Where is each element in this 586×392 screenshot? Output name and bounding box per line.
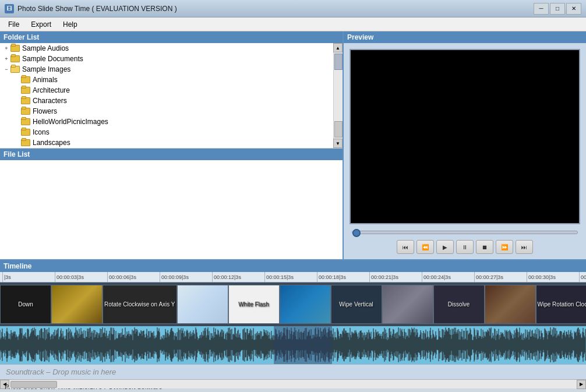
expand-icon-images[interactable]: −	[2, 65, 10, 73]
folder-icon-ico	[21, 129, 30, 136]
folder-label-flowers: Flowers	[33, 107, 57, 115]
scroll-thumb[interactable]	[334, 54, 343, 70]
progress-thumb[interactable]	[352, 229, 361, 237]
ruler-mark-6: 00:00:18|3s	[317, 272, 369, 282]
menu-file[interactable]: File	[2, 19, 25, 30]
ruler-mark-4: 00:00:12|3s	[212, 272, 264, 282]
ruler-mark-2: 00:00:06|3s	[107, 272, 160, 282]
tree-item-audios[interactable]: + Sample Audios	[0, 43, 343, 54]
bottom-section: Timeline |3s 00:00:03|3s 00:00:06|3s 00:…	[0, 260, 586, 389]
menu-export[interactable]: Export	[25, 19, 57, 30]
folder-label-ico: Icons	[33, 128, 50, 136]
scroll-down-arrow[interactable]: ▼	[333, 139, 343, 148]
timeline-clip-1[interactable]: Down	[0, 285, 51, 324]
timeline-clip-2[interactable]	[51, 285, 103, 324]
folder-list-header: Folder List	[0, 31, 343, 43]
folder-icon-land	[21, 139, 30, 146]
scroll-up-arrow[interactable]: ▲	[333, 43, 343, 52]
timeline-clip-8[interactable]	[382, 285, 433, 324]
skip-forward-button[interactable]: ⏭	[516, 240, 533, 254]
timeline-clip-5[interactable]: White Flash	[228, 285, 280, 324]
app-title: Photo Slide Show Time ( EVALUATION VERSI…	[17, 5, 534, 13]
h-scroll-track[interactable]	[9, 380, 577, 389]
folder-label-land: Landscapes	[33, 139, 70, 147]
clip-label-10	[509, 303, 511, 306]
clip-label-4	[202, 303, 204, 306]
play-button[interactable]: ▶	[436, 240, 454, 254]
tree-item-landscapes[interactable]: + Landscapes	[0, 137, 343, 148]
tree-item-animals[interactable]: + Animals	[0, 75, 343, 85]
skip-back-button[interactable]: ⏮	[397, 240, 414, 254]
ruler-mark-7: 00:00:21|3s	[369, 272, 422, 282]
h-scroll-right-arrow[interactable]: ▶	[577, 380, 586, 389]
folder-icon-animals	[21, 76, 30, 83]
timeline-track[interactable]: Down Rotate Clockwise on Axis Y White Fl…	[0, 282, 586, 326]
tree-item-helloworld[interactable]: + HelloWorldPicnicImages	[0, 116, 343, 127]
soundtrack-bar[interactable]: Soundtrack – Drop music in here	[0, 364, 586, 379]
waveform-highlight	[274, 326, 332, 364]
expand-icon-docs[interactable]: +	[2, 55, 10, 63]
preview-progress[interactable]	[344, 227, 586, 238]
file-list-content[interactable]	[0, 160, 343, 259]
tree-item-documents[interactable]: + Sample Documents	[0, 54, 343, 64]
step-back-button[interactable]: ⏪	[416, 240, 434, 254]
menubar: File Export Help	[0, 17, 586, 31]
scroll-thumb-bottom[interactable]	[334, 121, 343, 137]
ruler-mark-1: 00:00:03|3s	[55, 272, 107, 282]
folder-icon-arch	[21, 87, 30, 94]
folder-tree[interactable]: + Sample Audios + Sample Documents − Sam…	[0, 43, 343, 149]
folder-tree-scrollbar[interactable]: ▲ ▼	[333, 43, 343, 148]
ruler-mark-3: 00:00:09|3s	[160, 272, 212, 282]
timeline-clip-11[interactable]: Wipe Rotation Clockwise	[536, 285, 586, 324]
close-button[interactable]: ✕	[566, 3, 581, 15]
folder-icon-images	[10, 66, 20, 73]
clip-label-2	[76, 303, 78, 306]
tree-item-architecture[interactable]: + Architecture	[0, 85, 343, 96]
maximize-button[interactable]: □	[550, 3, 565, 15]
clip-label-6	[304, 303, 306, 306]
window-controls: ─ □ ✕	[534, 3, 581, 15]
tree-item-characters[interactable]: + Characters	[0, 96, 343, 106]
titlebar: 🎞 Photo Slide Show Time ( EVALUATION VER…	[0, 0, 586, 17]
waveform-area[interactable]	[0, 326, 586, 364]
timeline-ruler: |3s 00:00:03|3s 00:00:06|3s 00:00:09|3s …	[0, 272, 586, 282]
preview-controls: ⏮ ⏪ ▶ ⏸ ⏹ ⏩ ⏭	[344, 238, 586, 259]
folder-icon-audios	[10, 45, 20, 52]
pause-button[interactable]: ⏸	[456, 240, 474, 254]
soundtrack-placeholder: Soundtrack – Drop music in here	[6, 368, 116, 376]
preview-screen	[350, 49, 580, 224]
folder-label-arch: Architecture	[33, 86, 70, 94]
clip-label-8	[407, 303, 409, 306]
left-panel: Folder List + Sample Audios + Sample Doc…	[0, 31, 344, 259]
ruler-mark-11: 00:00:33|3s	[579, 272, 586, 282]
timeline-clip-4[interactable]	[177, 285, 228, 324]
tree-item-images[interactable]: − Sample Images	[0, 64, 343, 75]
step-forward-button[interactable]: ⏩	[496, 240, 513, 254]
folder-label-hello: HelloWorldPicnicImages	[33, 118, 108, 126]
file-list-panel: File List	[0, 149, 343, 259]
timeline-clip-10[interactable]	[485, 285, 536, 324]
tree-item-icons[interactable]: + Icons	[0, 127, 343, 137]
expand-icon-audios[interactable]: +	[2, 44, 10, 52]
menu-help[interactable]: Help	[57, 19, 83, 30]
timeline-clip-3[interactable]: Rotate Clockwise on Axis Y	[103, 285, 177, 324]
ruler-mark-0: |3s	[2, 272, 55, 282]
tree-item-flowers[interactable]: + Flowers	[0, 106, 343, 116]
clip-label-3: Rotate Clockwise on Axis Y	[103, 300, 176, 309]
timeline-clip-7[interactable]: Wipe Vertical	[331, 285, 382, 324]
folder-label-animals: Animals	[33, 76, 58, 84]
progress-track[interactable]	[352, 231, 578, 234]
stop-button[interactable]: ⏹	[476, 240, 493, 254]
h-scrollbar[interactable]: ◀ ▶	[0, 379, 586, 389]
clip-label-7: Wipe Vertical	[338, 300, 374, 309]
folder-label-audios: Sample Audios	[22, 44, 69, 52]
folder-icon-hello	[21, 118, 30, 125]
timeline-clip-6[interactable]	[280, 285, 331, 324]
ruler-mark-8: 00:00:24|3s	[422, 272, 474, 282]
h-scroll-thumb[interactable]	[10, 381, 57, 388]
minimize-button[interactable]: ─	[534, 3, 549, 15]
top-section: Folder List + Sample Audios + Sample Doc…	[0, 31, 586, 260]
timeline-header: Timeline	[0, 260, 586, 272]
file-list-header: File List	[0, 149, 343, 160]
timeline-clip-9[interactable]: Dissolve	[433, 285, 485, 324]
